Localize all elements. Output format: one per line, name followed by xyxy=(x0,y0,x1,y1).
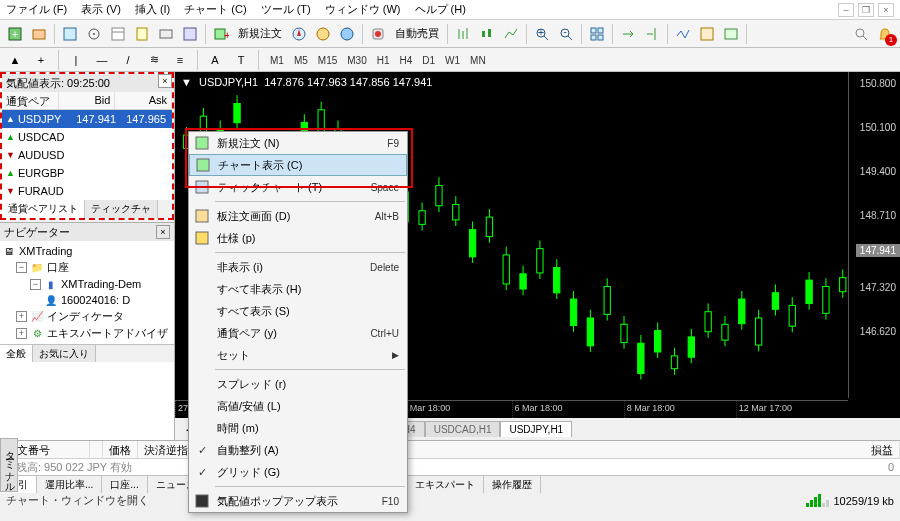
menu-tools[interactable]: ツール (T) xyxy=(261,2,311,17)
timeframe-H1[interactable]: H1 xyxy=(372,53,395,68)
search-icon[interactable] xyxy=(850,23,872,45)
zoom-in-icon[interactable]: + xyxy=(531,23,553,45)
chart-tab[interactable]: USDJPY,H1 xyxy=(500,421,572,437)
scroll-icon[interactable] xyxy=(617,23,639,45)
mw-tab-tick[interactable]: ティックチャ xyxy=(85,200,158,218)
ctx-item[interactable]: 時間 (m) xyxy=(189,417,407,439)
term-col[interactable]: 損益 xyxy=(840,441,900,458)
market-watch-close-icon[interactable]: × xyxy=(158,74,172,88)
ctx-item[interactable]: 新規注文 (N)F9 xyxy=(189,132,407,154)
timeframe-M1[interactable]: M1 xyxy=(265,53,289,68)
symbol-row-FURAUD[interactable]: ▼FURAUD xyxy=(2,182,172,200)
shift-icon[interactable] xyxy=(641,23,663,45)
ctx-item[interactable]: セット▶ xyxy=(189,344,407,366)
restore-button[interactable]: ❐ xyxy=(858,3,874,17)
mw-col-pair[interactable]: 通貨ペア xyxy=(2,92,59,109)
menu-help[interactable]: ヘルプ (H) xyxy=(415,2,466,17)
hline-icon[interactable]: — xyxy=(91,49,113,71)
autotrading-icon[interactable] xyxy=(367,23,389,45)
tree-indicators[interactable]: +📈インディケータ xyxy=(2,308,172,325)
timeframe-MN[interactable]: MN xyxy=(465,53,491,68)
timeframe-H4[interactable]: H4 xyxy=(395,53,418,68)
mw-col-bid[interactable]: Bid xyxy=(59,92,116,109)
collapse-icon[interactable]: − xyxy=(30,279,41,290)
periods-icon[interactable] xyxy=(696,23,718,45)
templates-icon[interactable] xyxy=(720,23,742,45)
crosshair-icon[interactable]: + xyxy=(30,49,52,71)
mw-col-ask[interactable]: Ask xyxy=(115,92,172,109)
close-button[interactable]: × xyxy=(878,3,894,17)
cursor-icon[interactable]: ▲ xyxy=(4,49,26,71)
timeframe-W1[interactable]: W1 xyxy=(440,53,465,68)
ctx-item[interactable]: ティックチャート (T)Space xyxy=(189,176,407,198)
tester-icon[interactable] xyxy=(179,23,201,45)
tree-account-number[interactable]: 👤160024016: D xyxy=(2,292,172,308)
mw-tab-list[interactable]: 通貨ペアリスト xyxy=(2,200,85,218)
profiles-icon[interactable] xyxy=(28,23,50,45)
term-col[interactable] xyxy=(90,441,103,458)
expand-icon[interactable]: + xyxy=(16,328,27,339)
trendline-icon[interactable]: / xyxy=(117,49,139,71)
text-icon[interactable]: A xyxy=(204,49,226,71)
menu-insert[interactable]: 挿入 (I) xyxy=(135,2,170,17)
collapse-icon[interactable]: − xyxy=(16,262,27,273)
terminal-tab[interactable]: 運用比率... xyxy=(37,476,102,493)
navigator-icon[interactable] xyxy=(131,23,153,45)
menu-view[interactable]: 表示 (V) xyxy=(81,2,121,17)
minimize-button[interactable]: – xyxy=(838,3,854,17)
ctx-item[interactable]: 高値/安値 (L) xyxy=(189,395,407,417)
symbol-row-AUDUSD[interactable]: ▼AUDUSD xyxy=(2,146,172,164)
new-order-icon[interactable]: + xyxy=(210,23,232,45)
ctx-item[interactable]: ✓グリッド (G) xyxy=(189,461,407,483)
terminal-tab[interactable]: エキスパート xyxy=(407,476,484,493)
timeframe-D1[interactable]: D1 xyxy=(417,53,440,68)
tile-icon[interactable] xyxy=(586,23,608,45)
channel-icon[interactable]: ≋ xyxy=(143,49,165,71)
notifications-icon[interactable]: 1 xyxy=(874,23,896,45)
expand-icon[interactable]: + xyxy=(16,311,27,322)
ctx-item[interactable]: 通貨ペア (y)Ctrl+U xyxy=(189,322,407,344)
market-watch-icon[interactable] xyxy=(59,23,81,45)
candle-chart-icon[interactable] xyxy=(476,23,498,45)
symbol-row-USDCAD[interactable]: ▲USDCAD xyxy=(2,128,172,146)
term-col[interactable]: 価格 xyxy=(103,441,138,458)
nav-tab-favorites[interactable]: お気に入り xyxy=(33,345,96,362)
target-icon[interactable] xyxy=(83,23,105,45)
ctx-item[interactable]: すべて非表示 (H) xyxy=(189,278,407,300)
new-order-label[interactable]: 新規注文 xyxy=(234,26,286,41)
timeframe-M30[interactable]: M30 xyxy=(342,53,371,68)
ctx-item[interactable]: 板注文画面 (D)Alt+B xyxy=(189,205,407,227)
ctx-item[interactable]: 気配値ポップアップ表示F10 xyxy=(189,490,407,512)
menu-file[interactable]: ファイル (F) xyxy=(6,2,67,17)
symbol-row-EURGBP[interactable]: ▲EURGBP xyxy=(2,164,172,182)
auto-trade-label[interactable]: 自動売買 xyxy=(391,26,443,41)
ctx-item[interactable]: 仕様 (p) xyxy=(189,227,407,249)
signals-icon[interactable] xyxy=(336,23,358,45)
chart-tab[interactable]: USDCAD,H1 xyxy=(425,421,501,437)
timeframe-M5[interactable]: M5 xyxy=(289,53,313,68)
nav-tab-general[interactable]: 全般 xyxy=(0,345,33,362)
tree-accounts[interactable]: −📁口座 xyxy=(2,259,172,276)
tree-root[interactable]: 🖥XMTrading xyxy=(2,243,172,259)
ctx-item[interactable]: 非表示 (i)Delete xyxy=(189,256,407,278)
ctx-item[interactable]: ✓自動整列 (A) xyxy=(189,439,407,461)
fibo-icon[interactable]: ≡ xyxy=(169,49,191,71)
compass-icon[interactable] xyxy=(288,23,310,45)
new-chart-icon[interactable]: + xyxy=(4,23,26,45)
ctx-item[interactable]: チャート表示 (C) xyxy=(189,154,407,176)
timeframe-M15[interactable]: M15 xyxy=(313,53,342,68)
bar-chart-icon[interactable] xyxy=(452,23,474,45)
terminal-tab[interactable]: 操作履歴 xyxy=(484,476,541,493)
metaquotes-icon[interactable] xyxy=(312,23,334,45)
ctx-item[interactable]: すべて表示 (S) xyxy=(189,300,407,322)
menu-chart[interactable]: チャート (C) xyxy=(184,2,246,17)
symbol-row-USDJPY[interactable]: ▲USDJPY147.941147.965 xyxy=(2,110,172,128)
menu-window[interactable]: ウィンドウ (W) xyxy=(325,2,401,17)
terminal-tab[interactable]: 口座... xyxy=(102,476,147,493)
line-chart-icon[interactable] xyxy=(500,23,522,45)
indicators-icon[interactable] xyxy=(672,23,694,45)
zoom-out-icon[interactable]: - xyxy=(555,23,577,45)
vline-icon[interactable]: | xyxy=(65,49,87,71)
tree-server[interactable]: −▮XMTrading-Dem xyxy=(2,276,172,292)
terminal-icon[interactable] xyxy=(155,23,177,45)
